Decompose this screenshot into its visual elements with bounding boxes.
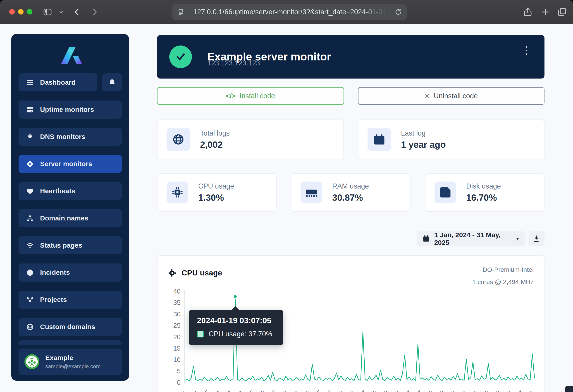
sidebar-item-label: Heartbeats xyxy=(40,187,75,195)
sidebar-item-incidents[interactable]: Incidents xyxy=(18,264,122,282)
url-text: 127.0.0.1/66uptime/server-monitor/3?&sta… xyxy=(193,8,393,16)
status-ok-badge xyxy=(169,46,192,68)
svg-text:28: 28 xyxy=(291,389,300,392)
user-email: sample@example.com xyxy=(45,363,101,370)
globe-icon xyxy=(172,133,184,145)
caret-down-icon: ▾ xyxy=(516,236,519,242)
sidebar-toggle-button[interactable] xyxy=(41,6,54,18)
uninstall-code-button[interactable]: × Uninstall code xyxy=(358,87,544,105)
notifications-button[interactable] xyxy=(102,73,122,91)
kebab-menu-button[interactable]: ⋮ xyxy=(521,45,532,55)
download-icon xyxy=(533,235,540,243)
avatar xyxy=(24,354,39,369)
stat-value: 1.30% xyxy=(198,193,234,203)
tab-overview-button[interactable] xyxy=(556,5,569,18)
page-content: Dashboard Uptime monitors DNS monitors S… xyxy=(0,24,573,392)
stat-value: 30.87% xyxy=(332,193,369,203)
sidebar-item-uptime-monitors[interactable]: Uptime monitors xyxy=(18,101,122,119)
sidebar-item-icon xyxy=(26,187,34,195)
window-zoom-button[interactable] xyxy=(27,9,32,15)
stat-label: Last log xyxy=(401,129,446,137)
sidebar-item-label: Server monitors xyxy=(40,160,92,168)
svg-text:28: 28 xyxy=(369,389,379,392)
sidebar-item-icon xyxy=(26,323,34,331)
svg-text:28: 28 xyxy=(302,389,311,392)
uninstall-code-label: Uninstall code xyxy=(434,92,478,100)
reader-icon[interactable] xyxy=(177,8,185,16)
svg-text:0: 0 xyxy=(177,379,180,386)
download-button[interactable] xyxy=(529,231,544,246)
sidebar-item-icon xyxy=(26,214,34,222)
tooltip-value: CPU usage: 37.70% xyxy=(209,330,272,338)
sidebar-item-label: Custom domains xyxy=(40,323,95,331)
svg-text:28: 28 xyxy=(470,389,479,392)
new-tab-button[interactable] xyxy=(539,5,552,18)
svg-text:24: 24 xyxy=(212,389,222,392)
sidebar-item-projects[interactable]: Projects xyxy=(18,291,122,309)
sidebar-item-label: Dashboard xyxy=(40,79,76,86)
sidebar-item-icon xyxy=(26,133,34,141)
user-name: Example xyxy=(45,354,101,362)
svg-text:27: 27 xyxy=(269,389,278,392)
sidebar-item-server-monitors[interactable]: Server monitors xyxy=(18,155,122,173)
svg-text:24: 24 xyxy=(235,389,244,392)
sidebar-item-custom-domains[interactable]: Custom domains xyxy=(18,318,122,336)
svg-text:28: 28 xyxy=(280,389,289,392)
sidebar-item-partial[interactable] xyxy=(18,340,122,345)
tooltip-timestamp: 2024-01-19 03:07:05 xyxy=(197,316,283,325)
stat-label: RAM usage xyxy=(332,182,369,190)
address-bar[interactable]: 127.0.0.1/66uptime/server-monitor/3?&sta… xyxy=(172,4,407,20)
svg-text:26: 26 xyxy=(179,389,188,392)
sidebar-item-icon xyxy=(26,106,34,113)
chevron-down-icon[interactable] xyxy=(57,9,65,15)
sidebar-item-domain-names[interactable]: Domain names xyxy=(18,209,122,227)
sidebar-item-label: Uptime monitors xyxy=(40,106,94,113)
svg-text:40: 40 xyxy=(173,288,180,295)
series-swatch xyxy=(197,331,204,338)
svg-text:28: 28 xyxy=(257,389,267,392)
sidebar-item-icon xyxy=(26,296,34,303)
forward-button[interactable] xyxy=(89,6,101,18)
sidebar-item-dns-monitors[interactable]: DNS monitors xyxy=(18,128,122,146)
date-range-picker[interactable]: 1 Jan, 2024 - 31 May, 2025 ▾ xyxy=(417,231,525,246)
calendar-check-icon xyxy=(373,133,385,145)
share-button[interactable] xyxy=(521,5,534,18)
cpu-usage-chart-card: CPU usage DO-Premium-Intel 1 cores @ 2,4… xyxy=(157,255,544,392)
svg-text:5: 5 xyxy=(177,368,180,375)
svg-text:27: 27 xyxy=(414,389,423,392)
bell-icon xyxy=(108,79,116,86)
install-code-button[interactable]: </> Install code xyxy=(157,87,344,105)
reload-icon[interactable] xyxy=(394,8,402,16)
svg-text:35: 35 xyxy=(173,299,180,306)
sidebar-item-heartbeats[interactable]: Heartbeats xyxy=(18,182,122,200)
back-button[interactable] xyxy=(71,6,83,18)
sidebar-item-icon xyxy=(26,269,34,276)
svg-text:30: 30 xyxy=(173,311,180,318)
window-close-button[interactable] xyxy=(9,9,15,15)
svg-text:28: 28 xyxy=(380,389,390,392)
stat-value: 16.70% xyxy=(466,193,501,203)
check-icon xyxy=(175,51,187,63)
stat-label: Total logs xyxy=(200,129,230,137)
stat-icon-tile xyxy=(167,128,190,151)
svg-text:25: 25 xyxy=(173,322,180,329)
sidebar-item-dashboard[interactable]: Dashboard xyxy=(18,73,97,91)
stat-icon-tile xyxy=(301,181,322,203)
stat-icon-tile xyxy=(434,181,456,203)
sidebar-item-label: Incidents xyxy=(40,269,70,276)
svg-text:28: 28 xyxy=(481,389,491,392)
floating-button-partial[interactable] xyxy=(565,386,573,392)
sidebar-item-icon xyxy=(26,242,34,249)
svg-text:28: 28 xyxy=(459,389,468,392)
user-menu[interactable]: Example sample@example.com xyxy=(18,349,122,375)
svg-text:24: 24 xyxy=(224,389,233,392)
sidebar-item-status-pages[interactable]: Status pages xyxy=(18,236,122,254)
sidebar-item-label: DNS monitors xyxy=(40,133,85,141)
floppy-icon xyxy=(439,186,451,198)
svg-text:27: 27 xyxy=(403,389,412,392)
sidebar-item-icon xyxy=(26,79,34,86)
app-logo[interactable] xyxy=(18,37,122,72)
window-minimize-button[interactable] xyxy=(18,9,23,15)
code-icon: </> xyxy=(226,92,235,100)
svg-text:27: 27 xyxy=(324,389,334,392)
